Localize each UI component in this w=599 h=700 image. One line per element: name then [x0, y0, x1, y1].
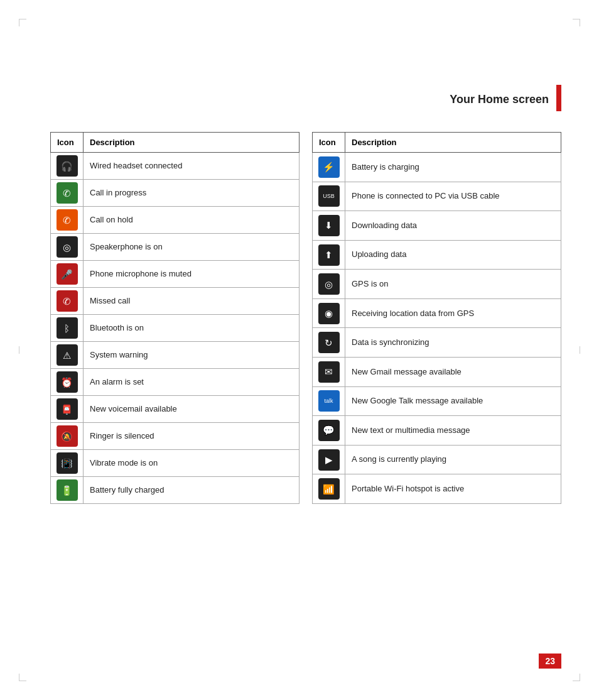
gps-on-icon: ◎ [318, 273, 340, 295]
table-row: ⚡Battery is charging [313, 153, 561, 182]
description-cell: A song is currently playing [345, 445, 561, 474]
description-cell: Ringer is silenced [84, 423, 300, 450]
description-cell: Phone microphone is muted [84, 261, 300, 288]
left-col-icon-header: Icon [51, 133, 84, 153]
tables-container: Icon Description 🎧Wired headset connecte… [50, 132, 561, 504]
icon-cell: ✆ [51, 180, 84, 207]
gtalk-icon: talk [318, 390, 340, 412]
description-cell: Call in progress [84, 180, 300, 207]
speakerphone-icon: ◎ [57, 236, 78, 258]
icon-cell: talk [313, 386, 345, 416]
upload-icon: ⬆ [318, 244, 340, 266]
icon-cell: ⬇ [313, 211, 345, 241]
mic-mute-icon: 🎤 [57, 263, 78, 285]
table-row: ◎GPS is on [313, 270, 561, 299]
icon-cell: 📳 [51, 450, 84, 477]
missed-call-icon: ✆ [57, 290, 78, 312]
right-col-icon-header: Icon [313, 133, 345, 153]
description-cell: Missed call [84, 288, 300, 315]
usb-icon: USB [318, 185, 340, 207]
download-icon: ⬇ [318, 215, 340, 236]
icon-cell: 📶 [313, 474, 345, 504]
bluetooth-icon: ᛒ [57, 317, 78, 339]
battery-charging-icon: ⚡ [318, 156, 340, 178]
call-icon: ✆ [57, 182, 78, 204]
description-cell: System warning [84, 342, 300, 369]
table-row: ✆Call on hold [51, 207, 300, 234]
table-row: ᛒBluetooth is on [51, 315, 300, 342]
description-cell: Battery is charging [345, 153, 561, 182]
alarm-icon: ⏰ [57, 371, 78, 393]
sync-icon: ↻ [318, 332, 340, 353]
table-row: ⬆Uploading data [313, 240, 561, 270]
description-cell: Uploading data [345, 240, 561, 270]
icon-cell: 🔕 [51, 423, 84, 450]
warning-icon: ⚠ [57, 344, 78, 366]
page-title: Your Home screen [450, 93, 549, 106]
icon-cell: ⚡ [313, 153, 345, 182]
description-cell: Speakerphone is on [84, 234, 300, 261]
description-cell: Wired headset connected [84, 153, 300, 180]
icon-cell: ✉ [313, 358, 345, 387]
table-row: 📳Vibrate mode is on [51, 450, 300, 477]
table-row: ⚠System warning [51, 342, 300, 369]
gmail-icon: ✉ [318, 361, 340, 383]
music-icon: ▶ [318, 449, 340, 471]
voicemail-icon: 📮 [57, 398, 78, 420]
red-accent-bar [556, 85, 561, 111]
icon-cell: USB [313, 182, 345, 211]
description-cell: Receiving location data from GPS [345, 298, 561, 328]
description-cell: New text or multimedia message [345, 416, 561, 446]
icon-cell: ✆ [51, 207, 84, 234]
table-row: ▶A song is currently playing [313, 445, 561, 474]
description-cell: New Gmail message available [345, 358, 561, 387]
corner-mark-br [573, 674, 580, 681]
description-cell: New voicemail available [84, 396, 300, 423]
table-row: 🔋Battery fully charged [51, 477, 300, 504]
description-cell: GPS is on [345, 270, 561, 299]
ringer-silent-icon: 🔕 [57, 425, 78, 447]
description-cell: Data is synchronizing [345, 328, 561, 358]
icon-cell: ✆ [51, 288, 84, 315]
page-number: 23 [539, 654, 561, 669]
table-row: 📮New voicemail available [51, 396, 300, 423]
left-icon-table: Icon Description 🎧Wired headset connecte… [50, 132, 300, 504]
table-row: ◎Speakerphone is on [51, 234, 300, 261]
icon-cell: ◉ [313, 298, 345, 328]
side-mark-right [580, 346, 580, 354]
left-col-desc-header: Description [84, 133, 300, 153]
gps-receiving-icon: ◉ [318, 303, 340, 324]
description-cell: Call on hold [84, 207, 300, 234]
icon-cell: 🎤 [51, 261, 84, 288]
description-cell: Phone is connected to PC via USB cable [345, 182, 561, 211]
table-row: ✆Missed call [51, 288, 300, 315]
icon-cell: 🔋 [51, 477, 84, 504]
vibrate-icon: 📳 [57, 452, 78, 474]
description-cell: Bluetooth is on [84, 315, 300, 342]
table-row: ✉New Gmail message available [313, 358, 561, 387]
icon-cell: ◎ [51, 234, 84, 261]
description-cell: Vibrate mode is on [84, 450, 300, 477]
table-row: ✆Call in progress [51, 180, 300, 207]
table-row: ⏰An alarm is set [51, 369, 300, 396]
table-row: ◉Receiving location data from GPS [313, 298, 561, 328]
corner-mark-tl [19, 19, 26, 26]
call-hold-icon: ✆ [57, 209, 78, 231]
battery-full-icon: 🔋 [57, 479, 78, 501]
table-row: ↻Data is synchronizing [313, 328, 561, 358]
right-col-desc-header: Description [345, 133, 561, 153]
description-cell: New Google Talk message available [345, 386, 561, 416]
icon-cell: ⬆ [313, 240, 345, 270]
description-cell: Portable Wi-Fi hotspot is active [345, 474, 561, 504]
icon-cell: ⚠ [51, 342, 84, 369]
description-cell: An alarm is set [84, 369, 300, 396]
icon-cell: 💬 [313, 416, 345, 446]
table-row: 🎤Phone microphone is muted [51, 261, 300, 288]
sms-icon: 💬 [318, 420, 340, 441]
description-cell: Downloading data [345, 211, 561, 241]
table-row: USBPhone is connected to PC via USB cabl… [313, 182, 561, 211]
right-icon-table: Icon Description ⚡Battery is chargingUSB… [312, 132, 561, 504]
icon-cell: ⏰ [51, 369, 84, 396]
corner-mark-tr [573, 19, 580, 26]
icon-cell: 🎧 [51, 153, 84, 180]
